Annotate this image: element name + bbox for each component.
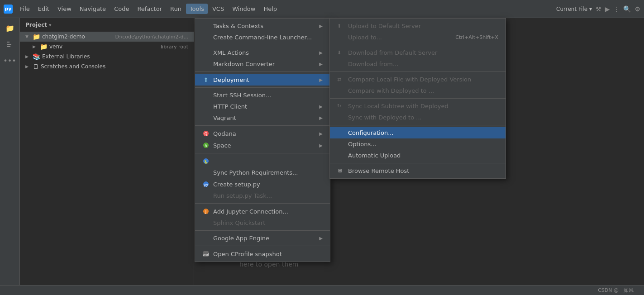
- titlebar: py File Edit View Navigate Code Refactor…: [0, 0, 644, 18]
- dep-compare-local-label: Compare Local File with Deployed Version: [348, 76, 471, 83]
- dep-sync-local: ↻ Sync Local Subtree with Deployed: [330, 100, 506, 112]
- menu-qodana[interactable]: Q Qodana ▶: [195, 128, 330, 139]
- dep-configuration-label: Configuration...: [348, 129, 394, 136]
- menu-python-debug-console[interactable]: 🐍: [195, 155, 330, 167]
- submenu-arrow-vagrant: ▶: [319, 115, 323, 120]
- structure-view-icon[interactable]: [4, 38, 16, 51]
- sphinx-quickstart-label: Sphinx Quickstart: [213, 219, 265, 226]
- chevron-down-icon: ▾: [589, 6, 592, 12]
- current-file-selector[interactable]: Current File ▾: [556, 6, 592, 12]
- submenu-arrow-tasks: ▶: [319, 24, 323, 29]
- submenu-arrow-markdown: ▶: [319, 62, 323, 67]
- menu-xml-actions[interactable]: XML Actions ▶: [195, 47, 330, 58]
- svg-text:Q: Q: [205, 132, 207, 136]
- dep-download-from-label: Download from...: [348, 61, 398, 67]
- menu-edit[interactable]: Edit: [34, 4, 53, 14]
- dep-upload-to: Upload to... Ctrl+Alt+Shift+X: [330, 32, 506, 43]
- menu-navigate[interactable]: Navigate: [76, 4, 110, 14]
- separator-6: [195, 203, 330, 204]
- deployment-icon: ⬆: [202, 76, 210, 83]
- dep-upload-default: ⬆ Upload to Default Server: [330, 20, 506, 32]
- menu-add-jupyter[interactable]: J Add Jupyter Connection...: [195, 205, 330, 217]
- menu-open-cprofile[interactable]: prof Open CProfile snapshot: [195, 248, 330, 260]
- jupyter-icon: J: [202, 208, 210, 215]
- project-chevron-icon[interactable]: ▾: [49, 22, 52, 28]
- tree-arrow-scratches: ▶: [25, 64, 31, 69]
- tree-item-scratches[interactable]: ▶ 🗒 Scratches and Consoles: [20, 62, 194, 71]
- markdown-converter-label: Markdown Converter: [213, 61, 275, 67]
- dep-browse-remote-label: Browse Remote Host: [348, 167, 409, 174]
- dep-browse-remote-host[interactable]: 🖥 Browse Remote Host: [330, 165, 506, 176]
- submenu-arrow-space: ▶: [319, 143, 323, 148]
- submenu-arrow-http: ▶: [319, 104, 323, 109]
- submenu-arrow-gae: ▶: [319, 236, 323, 241]
- menu-run[interactable]: Run: [167, 4, 185, 14]
- menu-google-app-engine[interactable]: Google App Engine ▶: [195, 233, 330, 244]
- menu-start-ssh[interactable]: Start SSH Session...: [195, 90, 330, 101]
- menu-http-client[interactable]: HTTP Client ▶: [195, 101, 330, 112]
- separator-4: [195, 125, 330, 126]
- settings-icon[interactable]: ⚙: [634, 5, 640, 13]
- menu-space[interactable]: S Space ▶: [195, 139, 330, 151]
- menu-help[interactable]: Help: [260, 4, 281, 14]
- menu-deployment[interactable]: ⬆ Deployment ▶: [195, 74, 330, 86]
- more-actions-icon[interactable]: ⋮: [613, 5, 620, 13]
- cprofile-icon: prof: [202, 250, 210, 257]
- python-icon: 🐍: [202, 157, 210, 165]
- menu-refactor[interactable]: Refactor: [134, 4, 166, 14]
- menu-vcs[interactable]: VCS: [209, 4, 228, 14]
- search-icon[interactable]: 🔍: [623, 5, 631, 13]
- build-icon[interactable]: ⚒: [596, 5, 601, 13]
- dep-sep-5: [330, 163, 506, 163]
- dep-download-default-label: Download from Default Server: [348, 49, 437, 56]
- tasks-contexts-label: Tasks & Contexts: [213, 23, 263, 29]
- separator-7: [195, 230, 330, 231]
- svg-text:S: S: [205, 144, 207, 148]
- create-setup-py-label: Create setup.py: [213, 181, 260, 188]
- tree-item-venv[interactable]: ▶ 📁 venv library root: [20, 42, 194, 52]
- menu-create-command-line[interactable]: Create Command-line Launcher...: [195, 32, 330, 43]
- tree-label-external: External Libraries: [42, 53, 188, 60]
- dep-options[interactable]: Options...: [330, 138, 506, 150]
- menu-create-setup-py[interactable]: py Create setup.py: [195, 178, 330, 190]
- dep-sync-deployed-label: Sync with Deployed to ...: [348, 114, 422, 121]
- run-icon[interactable]: ▶: [605, 5, 610, 13]
- menu-window[interactable]: Window: [229, 4, 259, 14]
- separator-2: [195, 71, 330, 72]
- dep-automatic-upload-label: Automatic Upload: [348, 152, 401, 159]
- dep-configuration[interactable]: Configuration...: [330, 127, 506, 138]
- menu-file[interactable]: File: [16, 4, 33, 14]
- menu-tasks-contexts[interactable]: Tasks & Contexts ▶: [195, 20, 330, 32]
- upload-to-shortcut: Ctrl+Alt+Shift+X: [455, 34, 498, 40]
- dep-sep-4: [330, 125, 506, 125]
- dep-sync-local-label: Sync Local Subtree with Deployed: [348, 103, 448, 109]
- separator-5: [195, 153, 330, 153]
- icon-bar: 📁 •••: [0, 18, 20, 295]
- menu-sync-python-requirements[interactable]: Sync Python Requirements...: [195, 167, 330, 178]
- project-view-icon[interactable]: 📁: [4, 22, 16, 34]
- menu-tools[interactable]: Tools: [186, 4, 208, 14]
- download-default-icon: ⬇: [337, 50, 344, 56]
- space-icon: S: [202, 142, 210, 149]
- dep-automatic-upload[interactable]: Automatic Upload: [330, 150, 506, 161]
- tree-item-chatglm2[interactable]: ▼ 📁 chatglm2-demo D:\code\python\chatglm…: [20, 32, 194, 42]
- more-tools-icon[interactable]: •••: [4, 54, 16, 67]
- tree-item-external-libs[interactable]: ▶ 📚 External Libraries: [20, 52, 194, 62]
- tools-menu: Tasks & Contexts ▶ Create Command-line L…: [195, 18, 330, 262]
- menu-sphinx-quickstart: Sphinx Quickstart: [195, 217, 330, 228]
- menu-view[interactable]: View: [54, 4, 75, 14]
- dep-options-label: Options...: [348, 141, 377, 148]
- create-setup-icon: py: [202, 181, 210, 188]
- upload-default-icon: ⬆: [337, 23, 344, 29]
- dep-sep-3: [330, 98, 506, 99]
- http-client-label: HTTP Client: [213, 103, 247, 110]
- menu-vagrant[interactable]: Vagrant ▶: [195, 112, 330, 124]
- dep-sep-2: [330, 71, 506, 72]
- library-icon: 📚: [33, 53, 40, 60]
- menu-markdown-converter[interactable]: Markdown Converter ▶: [195, 58, 330, 70]
- google-app-engine-label: Google App Engine: [213, 235, 269, 242]
- qodana-icon: Q: [202, 130, 210, 137]
- dep-download-default: ⬇ Download from Default Server: [330, 47, 506, 58]
- current-file-label: Current File: [556, 6, 587, 12]
- menu-code[interactable]: Code: [110, 4, 133, 14]
